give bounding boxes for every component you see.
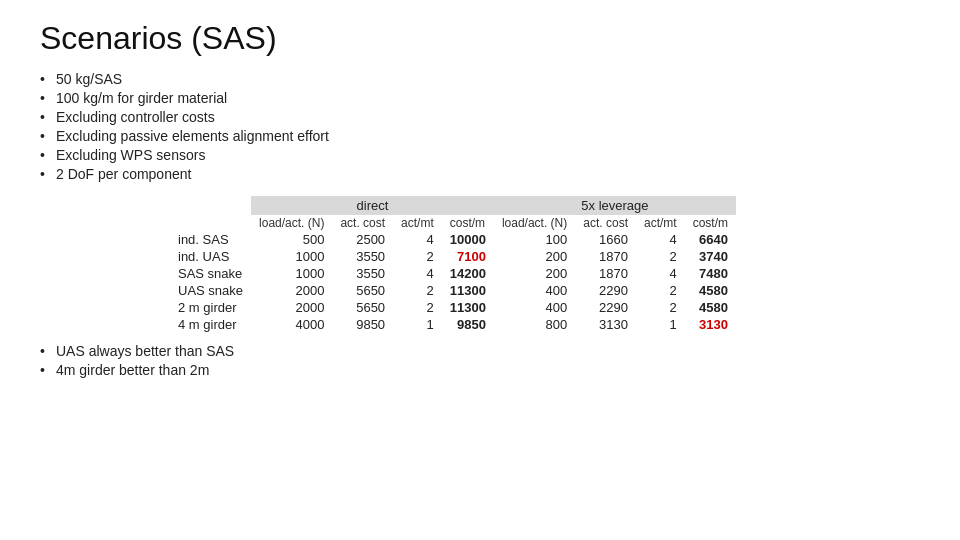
table-row: 4 m girder4000985019850800313013130 bbox=[170, 316, 736, 333]
col-h-d-load: load/act. (N) bbox=[251, 215, 332, 231]
direct-header: direct bbox=[251, 196, 494, 215]
list-item: Excluding WPS sensors bbox=[40, 147, 920, 163]
col-h-d-actmt: act/mt bbox=[393, 215, 442, 231]
col-h-l-actmt: act/mt bbox=[636, 215, 685, 231]
list-item: 2 DoF per component bbox=[40, 166, 920, 182]
scenarios-table: direct 5x leverage load/act. (N) act. co… bbox=[170, 196, 736, 333]
list-item: Excluding passive elements alignment eff… bbox=[40, 128, 920, 144]
bullet-list: 50 kg/SAS 100 kg/m for girder material E… bbox=[40, 71, 920, 182]
page-title: Scenarios (SAS) bbox=[40, 20, 920, 57]
col-h-d-costm: cost/m bbox=[442, 215, 494, 231]
table-row: ind. SAS5002500410000100166046640 bbox=[170, 231, 736, 248]
bottom-bullet-list: UAS always better than SAS 4m girder bet… bbox=[40, 343, 920, 378]
bottom-list-item: 4m girder better than 2m bbox=[40, 362, 920, 378]
table-row: UAS snake20005650211300400229024580 bbox=[170, 282, 736, 299]
list-item: 100 kg/m for girder material bbox=[40, 90, 920, 106]
bottom-list-item: UAS always better than SAS bbox=[40, 343, 920, 359]
col-h-l-cost: act. cost bbox=[575, 215, 636, 231]
col-h-l-costm: cost/m bbox=[685, 215, 736, 231]
col-h-d-cost: act. cost bbox=[332, 215, 393, 231]
empty-header bbox=[170, 196, 251, 215]
table-row: 2 m girder20005650211300400229024580 bbox=[170, 299, 736, 316]
section-header-row: direct 5x leverage bbox=[170, 196, 736, 215]
col-h-l-load: load/act. (N) bbox=[494, 215, 575, 231]
table-row: SAS snake10003550414200200187047480 bbox=[170, 265, 736, 282]
col-header-row: load/act. (N) act. cost act/mt cost/m lo… bbox=[170, 215, 736, 231]
list-item: Excluding controller costs bbox=[40, 109, 920, 125]
table-row: ind. UAS1000355027100200187023740 bbox=[170, 248, 736, 265]
leverage-header: 5x leverage bbox=[494, 196, 736, 215]
col-h-label bbox=[170, 215, 251, 231]
list-item: 50 kg/SAS bbox=[40, 71, 920, 87]
data-table-wrapper: direct 5x leverage load/act. (N) act. co… bbox=[170, 196, 920, 333]
